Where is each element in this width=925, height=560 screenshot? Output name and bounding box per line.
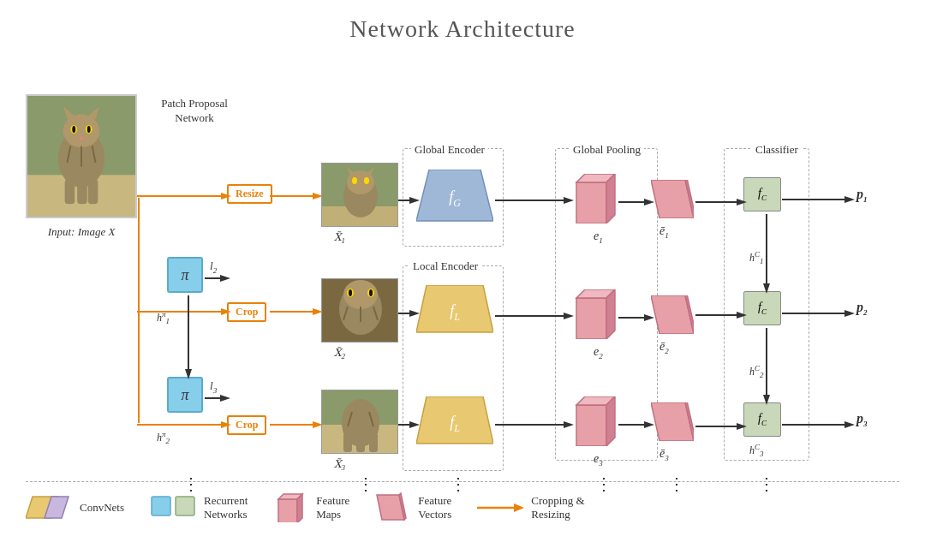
svg-marker-77	[313, 421, 323, 428]
svg-point-24	[364, 177, 369, 184]
thumb-label-1: X̃1	[334, 231, 345, 245]
legend-cropping-label: Cropping &Resizing	[531, 494, 584, 521]
svg-marker-124	[297, 494, 302, 522]
svg-marker-99	[737, 312, 747, 319]
arrow-thumb3-to-encoder	[398, 420, 420, 430]
svg-marker-113	[185, 369, 192, 379]
arrow-resize-to-thumb1	[270, 191, 323, 201]
svg-marker-57	[606, 396, 615, 446]
svg-marker-93	[644, 314, 654, 321]
svg-marker-83	[409, 421, 420, 428]
local-encoder-label: Local Encoder	[409, 259, 481, 273]
svg-rect-39	[356, 433, 365, 452]
h-c-label-3: hC3	[749, 443, 764, 458]
svg-rect-121	[176, 497, 194, 515]
svg-marker-109	[763, 283, 770, 294]
legend-feature-maps: FeatureMaps	[273, 492, 349, 522]
svg-marker-101	[737, 423, 747, 430]
svg-marker-47	[416, 396, 493, 444]
classifier-box-3: fC	[743, 402, 781, 437]
svg-marker-43	[416, 170, 493, 221]
svg-marker-115	[220, 275, 230, 282]
e-label-3: e3	[594, 452, 603, 468]
svg-rect-40	[369, 433, 378, 452]
arrow-vec3-to-clf3	[695, 421, 747, 432]
p-output-3: p3	[856, 411, 868, 428]
feature-map-2	[570, 289, 617, 339]
arrow-clf2-to-p2	[782, 308, 855, 319]
svg-marker-117	[220, 395, 230, 402]
e-label-2: e2	[594, 345, 603, 360]
svg-rect-120	[152, 497, 170, 515]
arrow-clf1-to-p1	[782, 194, 855, 205]
arrow-enc-to-feat2	[495, 311, 574, 321]
arrow-feat3-to-vec3	[618, 420, 654, 430]
svg-marker-107	[844, 421, 855, 428]
legend-convnets-label: ConvNets	[80, 501, 124, 515]
resize-button[interactable]: Resize	[227, 184, 272, 204]
arrow-vec1-to-clf1	[695, 197, 747, 207]
thumbnail-1	[321, 163, 398, 227]
crop-button-2[interactable]: Crop	[227, 415, 266, 435]
thumb-label-3: X̃3	[334, 458, 345, 472]
feature-vec-1	[651, 180, 694, 218]
feature-map-1	[570, 174, 617, 223]
svg-marker-89	[564, 421, 574, 428]
feature-vec-3	[651, 402, 694, 441]
svg-rect-49	[576, 182, 606, 223]
svg-marker-111	[763, 395, 770, 405]
arrow-thumb1-to-encoder	[398, 195, 420, 206]
legend-cropping: Cropping &Resizing	[477, 494, 584, 521]
local-encoder-shape-1: fL	[416, 285, 493, 341]
svg-point-23	[352, 177, 357, 184]
arrow-pi2-to-l3	[205, 393, 230, 403]
svg-marker-91	[644, 199, 654, 206]
svg-point-31	[369, 289, 373, 296]
local-encoder-shape-2: fL	[416, 396, 493, 452]
svg-rect-12	[77, 179, 87, 204]
legend-recurrent: RecurrentNetworks	[150, 492, 248, 522]
ebar-label-2: ē2	[659, 340, 669, 355]
svg-point-30	[349, 289, 352, 296]
global-encoder-label: Global Encoder	[411, 143, 488, 157]
arrow-feat1-to-vec1	[618, 197, 654, 207]
svg-marker-51	[606, 174, 615, 223]
arrow-thumb2-to-encoder	[398, 308, 420, 319]
arrow-crop2-to-thumb3	[270, 420, 323, 430]
main-diagram: Input: Image X Global Encoder Local Enco…	[0, 47, 925, 531]
input-label: Input: Image X	[26, 225, 137, 239]
svg-marker-72	[313, 308, 323, 315]
svg-rect-55	[576, 405, 606, 446]
legend-convnets: ConvNets	[26, 492, 124, 522]
l-label-3: l3	[210, 379, 217, 395]
svg-marker-97	[737, 199, 747, 206]
arrow-input-to-crop2	[137, 198, 141, 423]
classifier-box-2: fC	[743, 291, 781, 325]
p-output-2: p2	[856, 300, 868, 317]
arrow-crop1-to-thumb2	[270, 307, 323, 317]
arrow-enc-to-feat3	[495, 420, 574, 430]
arrow-vec2-to-clf2	[695, 310, 747, 320]
arrow-enc-to-feat1	[495, 195, 574, 206]
svg-marker-45	[416, 285, 493, 332]
svg-rect-38	[343, 433, 352, 452]
svg-point-3	[63, 115, 100, 148]
svg-rect-13	[88, 179, 98, 204]
arrow-pi1-to-l2	[205, 273, 230, 283]
legend-feature-vectors-label: FeatureVectors	[418, 494, 451, 521]
thumbnail-2	[321, 278, 398, 343]
crop-button-1[interactable]: Crop	[227, 302, 266, 322]
svg-marker-79	[409, 197, 420, 204]
svg-marker-54	[606, 289, 615, 339]
arrow-clf2-to-clf3	[761, 328, 772, 405]
svg-marker-95	[644, 421, 654, 428]
thumbnail-3	[321, 390, 398, 454]
svg-marker-67	[313, 193, 323, 200]
arrow-clf1-to-clf2	[761, 214, 772, 294]
arrow-feat2-to-vec2	[618, 313, 654, 323]
feature-map-3	[570, 396, 617, 446]
svg-marker-105	[844, 310, 855, 317]
svg-rect-52	[576, 298, 606, 339]
svg-marker-75	[221, 421, 231, 428]
e-label-1: e1	[594, 229, 603, 245]
